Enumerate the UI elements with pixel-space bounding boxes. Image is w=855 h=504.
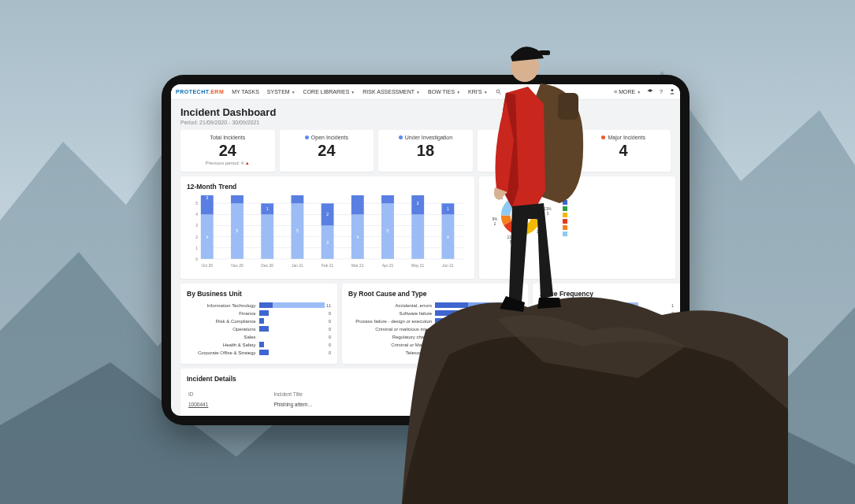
- svg-rect-45: [381, 195, 394, 203]
- svg-text:Feb 21: Feb 21: [322, 264, 334, 268]
- svg-text:5: 5: [387, 230, 389, 234]
- svg-text:0: 0: [195, 258, 198, 261]
- svg-text:3: 3: [195, 224, 198, 228]
- menu-risk-assessment[interactable]: RISK ASSESSMENT▼: [362, 89, 420, 94]
- svg-text:8%: 8%: [493, 217, 498, 221]
- svg-text:21%: 21%: [507, 235, 515, 239]
- user-icon[interactable]: [669, 88, 675, 95]
- svg-text:3: 3: [326, 241, 329, 245]
- by-consequence-card: …nce Frequency 121: [533, 284, 680, 364]
- kpi-card: Closed Incidents0: [478, 130, 572, 172]
- svg-text:Apr 21: Apr 21: [382, 264, 394, 268]
- svg-text:4: 4: [356, 235, 359, 239]
- svg-text:5: 5: [510, 240, 512, 244]
- svg-text:May 21: May 21: [411, 264, 424, 268]
- menu-my-tasks[interactable]: MY TASKS: [232, 89, 259, 94]
- svg-rect-22: [231, 195, 243, 203]
- kpi-row: Total Incidents24Previous period: 4 ▲Ope…: [171, 130, 680, 172]
- trend-chart-card: 12-Month Trend 01234543Oct 2055Nov 201De…: [180, 176, 474, 279]
- page-header: Incident Dashboard Period: 21/09/2020 - …: [171, 100, 680, 130]
- svg-rect-25: [261, 214, 273, 258]
- svg-text:2: 2: [494, 222, 496, 226]
- svg-rect-31: [291, 195, 303, 203]
- search-icon[interactable]: [496, 89, 502, 95]
- svg-text:1: 1: [266, 207, 269, 211]
- svg-text:2: 2: [417, 202, 419, 206]
- trend-title: 12-Month Trend: [187, 183, 468, 191]
- app-screen: PROTECHT.ERM MY TASKS SYSTEM▼ CORE LIBRA…: [171, 84, 680, 416]
- svg-text:4: 4: [447, 235, 449, 239]
- svg-text:4: 4: [539, 234, 541, 238]
- incident-details-card: Incident Details IDIncident TitleDate Id…: [180, 369, 671, 416]
- svg-text:6: 6: [501, 196, 504, 200]
- svg-text:3: 3: [547, 212, 549, 216]
- menu-core-libraries[interactable]: CORE LIBRARIES▼: [303, 89, 355, 94]
- svg-rect-41: [351, 195, 364, 214]
- page-title: Incident Dashboard: [180, 106, 671, 118]
- menu-system[interactable]: SYSTEM▼: [267, 89, 296, 94]
- svg-text:25%: 25%: [498, 191, 505, 195]
- svg-text:Jan 21: Jan 21: [292, 264, 303, 268]
- svg-rect-47: [411, 214, 424, 258]
- svg-line-1: [499, 92, 500, 94]
- svg-text:2: 2: [326, 213, 329, 217]
- kpi-card: Open Incidents24: [280, 130, 374, 172]
- svg-text:Oct 20: Oct 20: [202, 264, 214, 268]
- grad-cap-icon[interactable]: [647, 88, 653, 95]
- kpi-card: Total Incidents24Previous period: 4 ▲: [180, 130, 275, 172]
- by-business-unit-card: By Business Unit Information Technology1…: [180, 284, 337, 364]
- kpi-card: Under Investigation18: [378, 130, 473, 172]
- svg-point-0: [496, 90, 500, 93]
- donut-chart-card: 17%413%317%421%58%225%6: [479, 176, 675, 279]
- svg-text:Mar 21: Mar 21: [351, 264, 364, 268]
- menu-bow-ties[interactable]: BOW TIES▼: [428, 89, 460, 94]
- svg-text:17%: 17%: [537, 230, 544, 234]
- donut-legend: [563, 200, 567, 236]
- main-menu: MY TASKS SYSTEM▼ CORE LIBRARIES▼ RISK AS…: [232, 89, 501, 95]
- trend-chart: 01234543Oct 2055Nov 201Dec 2053Jan 2132F…: [187, 195, 468, 270]
- svg-text:5: 5: [236, 230, 239, 234]
- svg-text:17%: 17%: [531, 187, 538, 191]
- svg-text:3: 3: [206, 196, 208, 200]
- svg-text:Nov 20: Nov 20: [231, 264, 243, 268]
- page-period: Period: 21/09/2020 - 30/09/2021: [180, 120, 671, 125]
- svg-text:4: 4: [533, 191, 536, 195]
- donut-chart: 17%413%317%421%58%225%6: [485, 183, 556, 254]
- svg-point-2: [671, 89, 674, 91]
- svg-text:13%: 13%: [545, 207, 552, 211]
- menu-more[interactable]: ≡ MORE▼: [614, 89, 641, 94]
- kpi-card: Major Incidents4: [576, 130, 671, 172]
- tablet-frame: PROTECHT.ERM MY TASKS SYSTEM▼ CORE LIBRA…: [162, 75, 690, 425]
- svg-text:1: 1: [447, 207, 449, 211]
- help-icon[interactable]: ?: [660, 89, 663, 94]
- svg-text:4: 4: [195, 213, 198, 217]
- svg-text:2: 2: [195, 235, 198, 239]
- top-toolbar: PROTECHT.ERM MY TASKS SYSTEM▼ CORE LIBRA…: [171, 84, 680, 100]
- brand-logo: PROTECHT.ERM: [176, 89, 224, 94]
- menu-kris[interactable]: KRI'S▼: [468, 89, 488, 94]
- svg-text:Jun 21: Jun 21: [442, 264, 454, 268]
- svg-text:5: 5: [195, 202, 198, 206]
- svg-text:5: 5: [296, 230, 299, 234]
- by-root-cause-card: By Root Cause and Type Accidental, error…: [342, 284, 528, 364]
- svg-text:4: 4: [206, 235, 208, 239]
- svg-text:Dec 20: Dec 20: [261, 264, 273, 268]
- incident-details-table: IDIncident TitleDate IdentifiedBusiness …: [187, 387, 664, 410]
- svg-text:1: 1: [195, 246, 198, 250]
